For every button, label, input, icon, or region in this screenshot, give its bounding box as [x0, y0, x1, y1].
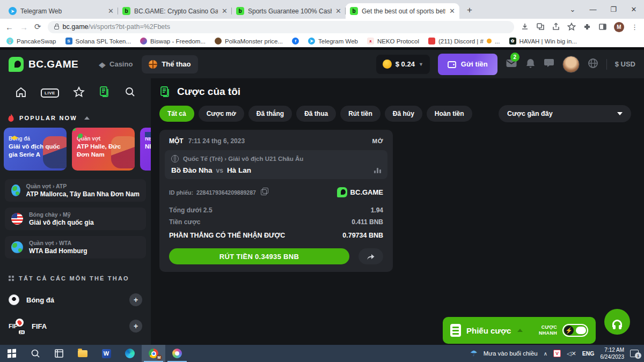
extensions-icon[interactable]: [583, 23, 591, 31]
tab-bcgame-casino[interactable]: b BC.GAME: Crypto Casino Games ✕: [118, 3, 232, 19]
tray-app-icon[interactable]: V: [553, 350, 561, 357]
nav-casino[interactable]: ◈ Casino: [92, 55, 140, 73]
bcgame-favicon: b: [236, 7, 244, 15]
weather-text[interactable]: Mưa vào buổi chiều: [484, 350, 538, 357]
match-box[interactable]: Quốc Tế (Trẻ) › Giải vô địch U21 Châu Âu…: [165, 150, 387, 179]
chat-button[interactable]: [544, 58, 554, 70]
event-atp-mallorca[interactable]: Quần vợt › ATP ATP Mallorca, Tây Ban Nha…: [5, 179, 146, 202]
expand-plus-icon[interactable]: +: [129, 293, 142, 306]
clock[interactable]: 7:12 AM 6/24/2023: [601, 346, 625, 360]
filter-all[interactable]: Tất cả: [159, 106, 194, 122]
user-avatar[interactable]: [562, 56, 580, 73]
bookmark-star-icon[interactable]: [567, 23, 576, 31]
save-icon[interactable]: [521, 23, 529, 31]
action-center-icon[interactable]: 1: [630, 350, 639, 357]
weather-icon: ☂: [470, 349, 477, 358]
bcgame-logo[interactable]: BC.GAME: [9, 57, 78, 72]
wallet-balance[interactable]: $ 0.24 ▼: [376, 55, 430, 74]
close-button[interactable]: ✕: [624, 0, 644, 19]
bet-slip-bar[interactable]: Phiếu cược CƯỢCNHANH ⚡: [443, 317, 596, 344]
file-explorer-button[interactable]: [71, 345, 94, 362]
my-bets-icon[interactable]: [99, 86, 111, 100]
task-view-icon: [54, 349, 64, 358]
live-icon[interactable]: LIVE: [41, 88, 59, 98]
filter-open[interactable]: Cược mở: [199, 106, 244, 122]
pancakeswap-icon: 🐰: [6, 38, 13, 45]
chrome-button[interactable]: M: [142, 345, 165, 362]
expand-plus-icon[interactable]: +: [129, 320, 142, 333]
bookmark-solana[interactable]: SSolana SPL Token...: [65, 38, 131, 45]
filter-won[interactable]: Đã thắng: [248, 106, 292, 122]
tab-close-icon[interactable]: ✕: [449, 7, 455, 15]
tray-expand-icon[interactable]: ∧: [544, 351, 547, 357]
bookmark-polkamonster[interactable]: PolkaMonster price...: [215, 38, 283, 45]
notifications-button[interactable]: [525, 58, 536, 71]
tab-close-icon[interactable]: ✕: [335, 7, 341, 15]
share-icon[interactable]: [552, 23, 560, 31]
tab-sports-guarantee[interactable]: b Sports Guarantee 100% Cashbac ✕: [232, 3, 346, 19]
restore-button[interactable]: ❐: [603, 0, 624, 19]
nav-sports[interactable]: Thể thao: [142, 55, 197, 73]
payout-value: 0.79734 BNB: [342, 232, 383, 239]
deposit-button[interactable]: Gửi tiền: [438, 54, 497, 75]
bookmark-facebook[interactable]: f: [292, 38, 299, 45]
forward-icon[interactable]: →: [20, 23, 28, 32]
language-button[interactable]: [588, 58, 598, 71]
sidebar-item-fifa[interactable]: FIF24 FIFA +: [0, 318, 151, 334]
all-sports-header: TẤT CẢ CÁC MÔN THỂ THAO: [0, 264, 151, 282]
bookmark-telegram[interactable]: ➤Telegram Web: [308, 38, 358, 45]
address-bar[interactable]: bc.game/vi/sports?bt-path=%2Fbets: [48, 21, 514, 33]
event-mlb[interactable]: Bóng chày › Mỹ Giải vô địch quốc gia: [5, 208, 146, 230]
lock-icon[interactable]: [54, 26, 59, 29]
filter-lost[interactable]: Đã thua: [296, 106, 336, 122]
page-title: Cược của tôi: [159, 86, 631, 98]
filter-cancelled[interactable]: Đã hủy: [385, 106, 422, 122]
bookmark-discord[interactable]: (211) Discord | #...: [428, 38, 500, 45]
fiat-currency[interactable]: $ USD: [615, 60, 635, 68]
quick-bet-toggle[interactable]: ⚡: [562, 324, 588, 337]
word-button[interactable]: W: [94, 345, 118, 362]
popular-card-atp-halle[interactable]: Quần vợt ATP Halle, Đức Đơn Nam: [72, 128, 135, 171]
messages-button[interactable]: 2: [506, 58, 517, 70]
browser-menu-icon[interactable]: ⋮: [631, 23, 639, 31]
volume-muted-icon[interactable]: ◁✕: [567, 350, 576, 357]
tab-sports-betting-active[interactable]: b Get the best out of sports betting ✕: [346, 3, 459, 19]
favorites-star-icon[interactable]: [73, 86, 85, 100]
edge-button[interactable]: [118, 345, 142, 362]
minimize-button[interactable]: —: [583, 0, 603, 19]
side-panel-icon[interactable]: [598, 23, 607, 31]
bookmark-biswap[interactable]: Biswap - Freedom...: [140, 38, 206, 45]
copy-icon[interactable]: [261, 189, 267, 195]
support-button[interactable]: [604, 309, 630, 335]
stats-icon[interactable]: [374, 168, 381, 173]
popular-card-serie-a[interactable]: Bóng đá Giải vô địch quốc gia Serie A: [4, 128, 67, 171]
language-indicator[interactable]: ENG: [582, 350, 595, 357]
bookmark-pancakeswap[interactable]: 🐰PancakeSwap: [6, 38, 56, 45]
reload-icon[interactable]: ⟳: [34, 22, 41, 32]
paint-button[interactable]: [165, 345, 189, 362]
cashout-button[interactable]: RÚT TIỀN 0.34935 BNB: [169, 248, 349, 264]
tab-close-icon[interactable]: ✕: [222, 7, 228, 15]
share-bet-button[interactable]: [358, 248, 383, 264]
popular-now-header[interactable]: POPULAR NOW: [0, 100, 151, 122]
profile-avatar[interactable]: M: [614, 22, 624, 32]
back-icon[interactable]: ←: [5, 23, 13, 32]
tab-close-icon[interactable]: ✕: [108, 7, 114, 15]
bookmark-neko[interactable]: ᴥNEKO Protocol: [367, 38, 419, 45]
bookmark-havah[interactable]: ✿HAVAH | Win big in...: [509, 38, 577, 45]
sort-dropdown[interactable]: Cược gần đây: [499, 105, 631, 122]
tab-search-icon[interactable]: ⌄: [562, 0, 583, 19]
tab-telegram[interactable]: ➤ Telegram Web ✕: [4, 3, 118, 19]
task-view-button[interactable]: [47, 345, 71, 362]
filter-cashout[interactable]: Rút tiền: [340, 106, 380, 122]
sidebar-item-football[interactable]: Bóng đá +: [0, 292, 151, 308]
search-icon[interactable]: [125, 86, 136, 100]
popular-card-nba[interactable]: NBA 2 NBA: [140, 128, 151, 171]
home-icon[interactable]: [15, 86, 27, 100]
event-wta-bad-homburg[interactable]: Quần vợt › WTA WTA Bad Homburg: [5, 236, 146, 258]
filter-refund[interactable]: Hoàn tiền: [427, 106, 472, 122]
new-tab-button[interactable]: +: [463, 3, 477, 17]
taskbar-search[interactable]: [24, 345, 47, 362]
translate-icon[interactable]: [536, 23, 545, 31]
start-button[interactable]: [0, 345, 24, 362]
